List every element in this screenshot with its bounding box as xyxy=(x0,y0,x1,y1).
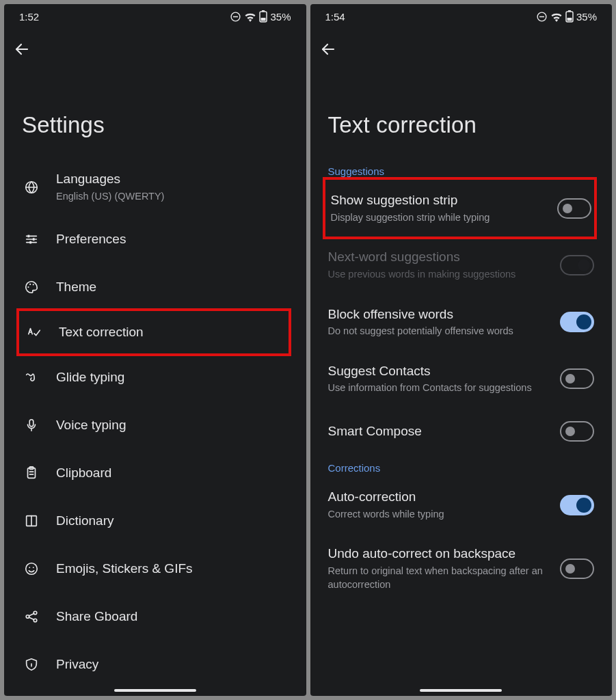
toggle-row-block-offensive-words[interactable]: Block offensive words Do not suggest pot… xyxy=(310,294,613,351)
svg-rect-38 xyxy=(567,18,572,21)
toggle-switch[interactable] xyxy=(560,495,594,515)
row-sub: Return to original text when backspacing… xyxy=(328,565,546,591)
row-sub: Use previous words in making suggestions xyxy=(328,268,546,282)
row-texts: Share Gboard xyxy=(56,608,289,625)
status-right: 35% xyxy=(230,10,291,23)
status-bar: 1:54 35% xyxy=(310,4,613,29)
dnd-icon xyxy=(230,11,241,23)
svg-rect-11 xyxy=(28,235,30,238)
settings-row-share-gboard[interactable]: Share Gboard xyxy=(4,593,306,641)
settings-row-privacy[interactable]: Privacy xyxy=(4,641,306,688)
toggle-row-show-suggestion-strip[interactable]: Show suggestion strip Display suggestion… xyxy=(323,177,598,239)
row-texts: Glide typing xyxy=(56,369,289,386)
status-time: 1:52 xyxy=(19,11,39,23)
toggle-switch[interactable] xyxy=(557,198,591,219)
settings-row-emojis-stickers-gifs[interactable]: Emojis, Stickers & GIFs xyxy=(4,545,306,593)
row-texts: Smart Compose xyxy=(328,423,546,440)
section-header: Corrections xyxy=(310,455,613,476)
row-texts: Block offensive words Do not suggest pot… xyxy=(328,306,546,338)
svg-point-14 xyxy=(27,286,29,288)
settings-row-clipboard[interactable]: Clipboard xyxy=(4,449,306,497)
book-icon xyxy=(22,513,41,528)
phone-left: 1:52 35% Settings Languages English (US)… xyxy=(4,4,306,696)
page-title: Text correction xyxy=(310,57,613,159)
globe-icon xyxy=(22,180,41,195)
toggle-switch[interactable] xyxy=(560,312,594,332)
svg-point-15 xyxy=(29,284,31,285)
row-label: Auto-correction xyxy=(328,489,546,506)
toggle-row-auto-correction[interactable]: Auto-correction Correct words while typi… xyxy=(310,476,613,533)
row-sub: Use information from Contacts for sugges… xyxy=(328,381,546,395)
settings-row-voice-typing[interactable]: Voice typing xyxy=(4,401,306,449)
row-texts: Theme xyxy=(56,279,289,296)
row-label: Next-word suggestions xyxy=(328,249,546,266)
battery-pct: 35% xyxy=(270,11,291,23)
settings-row-languages[interactable]: Languages English (US) (QWERTY) xyxy=(4,159,306,215)
toggle-switch[interactable] xyxy=(560,421,594,442)
toggle-row-suggest-contacts[interactable]: Suggest Contacts Use information from Co… xyxy=(310,351,613,407)
row-label: Smart Compose xyxy=(328,423,546,440)
row-texts: Languages English (US) (QWERTY) xyxy=(56,171,289,203)
spellcheck-icon xyxy=(25,325,44,340)
row-label: Privacy xyxy=(56,656,289,673)
row-texts: Voice typing xyxy=(56,417,289,434)
sliders-icon xyxy=(22,232,41,247)
battery-icon xyxy=(259,10,267,23)
svg-line-30 xyxy=(29,614,34,617)
arrow-back-icon xyxy=(14,41,30,57)
settings-row-preferences[interactable]: Preferences xyxy=(4,215,306,263)
row-texts: Next-word suggestions Use previous words… xyxy=(328,249,546,281)
back-button[interactable] xyxy=(310,29,613,57)
home-indicator[interactable] xyxy=(114,689,196,692)
row-label: Block offensive words xyxy=(328,306,546,323)
toggle-row-smart-compose[interactable]: Smart Compose xyxy=(310,407,613,455)
row-label: Theme xyxy=(56,279,289,296)
settings-row-text-correction[interactable]: Text correction xyxy=(16,308,291,356)
row-texts: Preferences xyxy=(56,231,289,248)
row-texts: Suggest Contacts Use information from Co… xyxy=(328,363,546,395)
row-label: Suggest Contacts xyxy=(328,363,546,380)
row-sub: English (US) (QWERTY) xyxy=(56,190,289,204)
toggle-switch[interactable] xyxy=(560,558,594,579)
svg-rect-17 xyxy=(29,420,34,427)
row-label: Voice typing xyxy=(56,417,289,434)
emoji-icon xyxy=(22,561,41,576)
mic-icon xyxy=(22,418,41,433)
svg-rect-37 xyxy=(568,10,571,12)
row-sub: Display suggestion strip while typing xyxy=(331,211,543,225)
gesture-icon xyxy=(22,370,41,385)
settings-row-theme[interactable]: Theme xyxy=(4,263,306,311)
home-indicator[interactable] xyxy=(420,689,502,692)
svg-point-16 xyxy=(33,284,34,285)
settings-row-dictionary[interactable]: Dictionary xyxy=(4,497,306,545)
row-texts: Emojis, Stickers & GIFs xyxy=(56,561,289,578)
settings-row-glide-typing[interactable]: Glide typing xyxy=(4,353,306,401)
row-texts: Privacy xyxy=(56,656,289,673)
wifi-icon xyxy=(244,12,256,22)
row-label: Share Gboard xyxy=(56,608,289,625)
row-label: Dictionary xyxy=(56,513,289,530)
toggle-row-undo-auto-correct-on-backspace[interactable]: Undo auto-correct on backspace Return to… xyxy=(310,533,613,604)
battery-icon xyxy=(565,10,574,23)
toggle-row-next-word-suggestions: Next-word suggestions Use previous words… xyxy=(310,237,613,293)
row-texts: Clipboard xyxy=(56,465,289,482)
page-title: Settings xyxy=(4,57,306,159)
back-button[interactable] xyxy=(4,29,306,57)
row-texts: Show suggestion strip Display suggestion… xyxy=(331,192,543,224)
palette-icon xyxy=(22,280,41,295)
row-sub: Correct words while typing xyxy=(328,508,546,522)
row-texts: Undo auto-correct on backspace Return to… xyxy=(328,546,546,591)
row-texts: Text correction xyxy=(59,324,286,341)
svg-rect-4 xyxy=(261,18,266,21)
row-texts: Auto-correction Correct words while typi… xyxy=(328,489,546,521)
clipboard-icon xyxy=(22,466,41,481)
row-texts: Dictionary xyxy=(56,513,289,530)
svg-rect-13 xyxy=(29,241,31,244)
battery-pct: 35% xyxy=(576,11,597,23)
phone-right: 1:54 35% Text correction Suggestions Sho… xyxy=(310,4,613,696)
svg-point-26 xyxy=(33,567,34,569)
toggle-switch xyxy=(560,255,594,275)
svg-point-24 xyxy=(26,563,38,575)
toggle-switch[interactable] xyxy=(560,368,594,389)
settings-list: Languages English (US) (QWERTY) Preferen… xyxy=(4,159,306,688)
